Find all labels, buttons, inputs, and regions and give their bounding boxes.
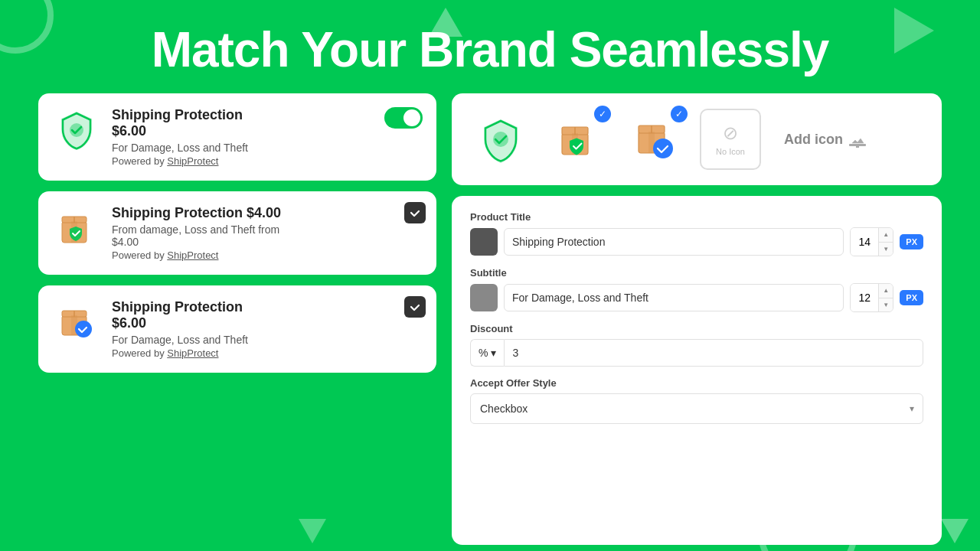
icon-check-box-check: ✓ [671, 106, 688, 122]
card-1-desc: For Damage, Loss and Theft [112, 142, 421, 154]
card-1-body: Shipping Protection $6.00 For Damage, Lo… [112, 107, 421, 167]
left-column: Shipping Protection $6.00 For Damage, Lo… [38, 93, 436, 545]
accept-offer-select-wrap: Checkbox Button Toggle ▾ [470, 393, 923, 424]
icon-option-box-check[interactable]: ✓ [623, 109, 684, 170]
content-area: Shipping Protection $6.00 For Damage, Lo… [0, 93, 980, 545]
subtitle-size-wrap: ▲ ▼ [850, 283, 893, 312]
right-column: ✓ ✓ ⊘ No Icon Add [452, 93, 942, 545]
card-3-body: Shipping Protection $6.00 For Damage, Lo… [112, 299, 421, 359]
card-3-powered-link[interactable]: ShipProtect [167, 347, 218, 359]
toggle-knob [403, 109, 420, 126]
product-title-size-up[interactable]: ▲ [879, 228, 893, 243]
form-row-discount: Discount % ▾ [470, 323, 923, 367]
card-2-icon [54, 205, 100, 251]
card-2-powered: Powered by ShipProtect [112, 249, 421, 261]
product-title-input[interactable] [504, 228, 844, 256]
card-1-powered: Powered by ShipProtect [112, 155, 421, 167]
subtitle-input[interactable] [504, 284, 844, 311]
discount-label: Discount [470, 323, 923, 334]
subtitle-label: Subtitle [470, 267, 923, 279]
card-3: Shipping Protection $6.00 For Damage, Lo… [38, 285, 436, 373]
add-icon-button[interactable]: Add icon [784, 131, 866, 148]
discount-type-selector[interactable]: % ▾ [470, 339, 504, 367]
subtitle-size-arrows: ▲ ▼ [878, 284, 893, 311]
product-title-size-down[interactable]: ▼ [879, 243, 893, 256]
card-3-icon [54, 299, 100, 345]
icon-picker-card: ✓ ✓ ⊘ No Icon Add [452, 93, 942, 185]
subtitle-color-swatch[interactable] [470, 284, 498, 311]
card-1-powered-link[interactable]: ShipProtect [167, 155, 218, 167]
card-2-body: Shipping Protection $4.00 From damage, L… [112, 205, 421, 261]
product-title-input-row: ▲ ▼ PX [470, 227, 923, 256]
product-title-unit: PX [900, 234, 923, 249]
card-1-price: $6.00 [112, 123, 421, 139]
card-3-desc: For Damage, Loss and Theft [112, 334, 421, 346]
product-title-size-wrap: ▲ ▼ [850, 227, 893, 256]
card-2-powered-link[interactable]: ShipProtect [167, 249, 218, 261]
page-title: Match Your Brand Seamlessly [0, 0, 980, 93]
form-row-subtitle: Subtitle ▲ ▼ PX [470, 267, 923, 312]
discount-type-value: % [479, 347, 488, 359]
discount-dropdown-arrow: ▾ [491, 347, 496, 359]
subtitle-size-up[interactable]: ▲ [879, 284, 893, 298]
card-2: Shipping Protection $4.00 From damage, L… [38, 191, 436, 275]
product-title-label: Product Title [470, 211, 923, 223]
form-row-accept-offer: Accept Offer Style Checkbox Button Toggl… [470, 377, 923, 424]
svg-rect-21 [856, 145, 859, 148]
icon-check-box-shield: ✓ [594, 106, 611, 122]
card-1-title: Shipping Protection [112, 107, 421, 123]
svg-point-9 [75, 321, 92, 337]
subtitle-input-row: ▲ ▼ PX [470, 283, 923, 312]
discount-input-row: % ▾ [470, 339, 923, 367]
no-icon-symbol: ⊘ [723, 122, 738, 144]
subtitle-unit: PX [900, 290, 923, 305]
icon-option-shield[interactable] [470, 109, 531, 170]
subtitle-size-input[interactable] [851, 284, 878, 311]
card-3-title: Shipping Protection [112, 299, 421, 315]
form-card: Product Title ▲ ▼ PX Subtitle [452, 196, 942, 545]
card-3-price: $6.00 [112, 315, 421, 331]
card-2-checkbox[interactable] [404, 202, 426, 223]
card-3-checkbox[interactable] [404, 296, 426, 318]
no-icon-label: No Icon [716, 147, 745, 156]
card-1-icon [54, 107, 100, 153]
add-icon-label: Add icon [784, 132, 843, 148]
card-1: Shipping Protection $6.00 For Damage, Lo… [38, 93, 436, 181]
subtitle-size-down[interactable]: ▼ [879, 298, 893, 312]
form-row-title: Product Title ▲ ▼ PX [470, 211, 923, 256]
icon-option-no-icon[interactable]: ⊘ No Icon [700, 109, 761, 170]
accept-offer-label: Accept Offer Style [470, 377, 923, 389]
toggle-switch[interactable] [384, 107, 423, 129]
product-title-size-arrows: ▲ ▼ [878, 228, 893, 256]
card-2-title: Shipping Protection $4.00 [112, 205, 421, 221]
product-title-size-input[interactable] [851, 228, 878, 256]
svg-point-19 [653, 139, 673, 158]
card-3-powered: Powered by ShipProtect [112, 347, 421, 359]
card-2-desc: From damage, Loss and Theft from$4.00 [112, 223, 421, 248]
discount-value-input[interactable] [504, 339, 923, 367]
product-title-color-swatch[interactable] [470, 228, 498, 256]
icon-option-box-shield[interactable]: ✓ [547, 109, 608, 170]
accept-offer-select[interactable]: Checkbox Button Toggle [470, 393, 923, 424]
